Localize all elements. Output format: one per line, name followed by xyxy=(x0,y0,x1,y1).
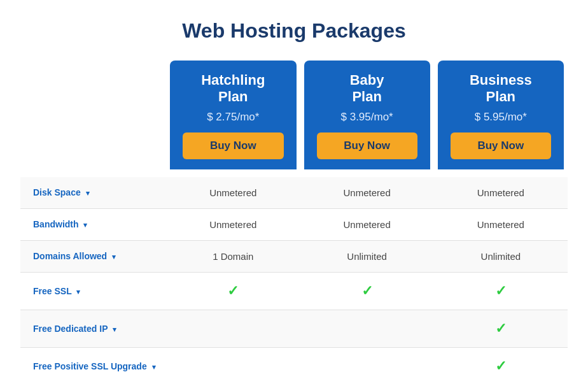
main-container: Web Hosting Packages HatchlingPlan $ 2.7… xyxy=(8,0,580,379)
check-icon: ✓ xyxy=(227,283,239,299)
check-icon: ✓ xyxy=(361,283,373,299)
feature-label[interactable]: Domains Allowed ▾ xyxy=(20,240,166,272)
feature-value: Unlimited xyxy=(300,240,434,272)
feature-value xyxy=(300,310,434,347)
feature-value: ✓ xyxy=(434,310,568,347)
dropdown-arrow-icon[interactable]: ▾ xyxy=(152,363,156,371)
feature-label[interactable]: Disk Space ▾ xyxy=(20,177,166,209)
check-icon: ✓ xyxy=(495,358,507,374)
feature-value: Unmetered xyxy=(434,177,568,209)
pricing-table: HatchlingPlan $ 2.75/mo* Buy Now BabyPla… xyxy=(20,61,568,379)
feature-label[interactable]: Bandwidth ▾ xyxy=(20,208,166,240)
page-title: Web Hosting Packages xyxy=(20,19,568,43)
check-icon: ✓ xyxy=(495,283,507,299)
feature-value: Unmetered xyxy=(300,208,434,240)
feature-value: ✓ xyxy=(300,272,434,310)
feature-row: Free Dedicated IP ▾✓ xyxy=(20,310,568,347)
dropdown-arrow-icon[interactable]: ▾ xyxy=(83,221,87,229)
feature-row: Disk Space ▾UnmeteredUnmeteredUnmetered xyxy=(20,177,568,209)
feature-row: Free SSL ▾✓✓✓ xyxy=(20,272,568,310)
dropdown-arrow-icon[interactable]: ▾ xyxy=(112,253,116,261)
plan-header-baby: BabyPlan $ 3.95/mo* Buy Now xyxy=(300,61,434,169)
feature-label[interactable]: Free Positive SSL Upgrade ▾ xyxy=(20,347,166,379)
feature-value xyxy=(166,310,300,347)
baby-buy-button[interactable]: Buy Now xyxy=(317,132,417,159)
hatchling-plan-price: $ 2.75/mo* xyxy=(183,111,284,124)
feature-row: Domains Allowed ▾1 DomainUnlimitedUnlimi… xyxy=(20,240,568,272)
feature-value: ✓ xyxy=(434,272,568,310)
feature-value xyxy=(300,347,434,379)
business-plan-name: BusinessPlan xyxy=(451,72,551,106)
header-empty-cell xyxy=(20,61,166,169)
feature-value: 1 Domain xyxy=(166,240,300,272)
plan-header-business: BusinessPlan $ 5.95/mo* Buy Now xyxy=(434,61,568,169)
feature-label[interactable]: Free Dedicated IP ▾ xyxy=(20,310,166,347)
feature-value xyxy=(166,347,300,379)
dropdown-arrow-icon[interactable]: ▾ xyxy=(86,189,90,197)
feature-label[interactable]: Free SSL ▾ xyxy=(20,272,166,310)
plan-header-hatchling: HatchlingPlan $ 2.75/mo* Buy Now xyxy=(166,61,300,169)
feature-value: ✓ xyxy=(166,272,300,310)
feature-value: Unmetered xyxy=(300,177,434,209)
business-plan-price: $ 5.95/mo* xyxy=(451,111,551,124)
dropdown-arrow-icon[interactable]: ▾ xyxy=(113,325,116,333)
dropdown-arrow-icon[interactable]: ▾ xyxy=(76,288,80,296)
feature-value: Unlimited xyxy=(434,240,568,272)
feature-value: Unmetered xyxy=(166,177,300,209)
feature-value: Unmetered xyxy=(166,208,300,240)
hatchling-plan-name: HatchlingPlan xyxy=(183,72,284,106)
hatchling-buy-button[interactable]: Buy Now xyxy=(183,132,284,159)
check-icon: ✓ xyxy=(495,320,507,336)
business-buy-button[interactable]: Buy Now xyxy=(451,132,551,159)
feature-row: Free Positive SSL Upgrade ▾✓ xyxy=(20,347,568,379)
feature-value: Unmetered xyxy=(434,208,568,240)
baby-plan-name: BabyPlan xyxy=(317,72,417,106)
feature-row: Bandwidth ▾UnmeteredUnmeteredUnmetered xyxy=(20,208,568,240)
feature-value: ✓ xyxy=(434,347,568,379)
baby-plan-price: $ 3.95/mo* xyxy=(317,111,417,124)
